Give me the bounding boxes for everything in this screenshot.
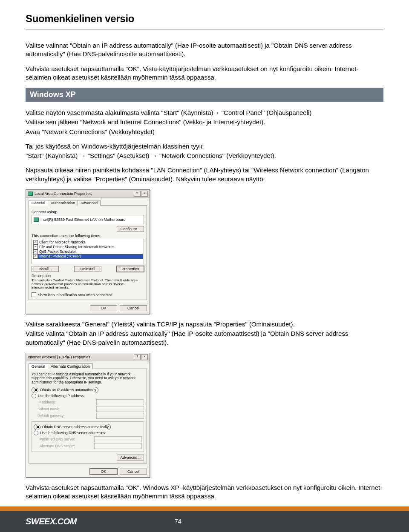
lan-properties-dialog: Local Area Connection Properties ? × Gen… bbox=[26, 189, 150, 314]
alternate-dns-field: Alternate DNS server: bbox=[40, 443, 142, 449]
intro-paragraph-2: Vahvista asetukset napsauttamalla "OK". … bbox=[26, 65, 383, 82]
tab-panel-general: You can get IP settings assigned automat… bbox=[29, 369, 147, 463]
checkbox-icon[interactable]: ✓ bbox=[33, 249, 38, 254]
titlebar: Internet Protocol (TCP/IP) Properties ? … bbox=[26, 353, 150, 361]
titlebar: Local Area Connection Properties ? × bbox=[26, 190, 150, 198]
footer-stripe-dark: SWEEX.COM 74 bbox=[0, 511, 409, 532]
ok-button[interactable]: OK bbox=[90, 305, 117, 311]
xp-step-1: Valitse näytön vasemmasta alakulmasta va… bbox=[26, 109, 383, 117]
xp-alt-b: "Settings" (Asetukset) bbox=[86, 152, 151, 159]
checkbox-icon[interactable] bbox=[32, 292, 36, 297]
checkbox-icon[interactable]: ✓ bbox=[33, 254, 38, 259]
arrow-icon: → bbox=[80, 152, 86, 159]
tab-advanced[interactable]: Advanced bbox=[78, 200, 101, 206]
adapter-name: Intel(R) 82559 Fast Ethernet LAN on Moth… bbox=[40, 217, 126, 222]
tab-panel-general: Connect using: Intel(R) 82559 Fast Ether… bbox=[29, 205, 147, 300]
checkbox-icon[interactable]: ✓ bbox=[33, 245, 38, 249]
properties-button[interactable]: Properties bbox=[117, 266, 144, 272]
xp-step-1a: Valitse näytön vasemmasta alakulmasta va… bbox=[26, 109, 213, 116]
configure-button[interactable]: Configure... bbox=[117, 226, 144, 232]
radio-icon bbox=[36, 425, 40, 429]
ip-address-field: IP address: bbox=[37, 399, 144, 405]
xp-alt-a: "Start" (Käynnistä) bbox=[26, 152, 80, 159]
xp-step-3: Avaa "Network Connections" (Vekkoyhteyde… bbox=[26, 128, 383, 136]
advanced-button[interactable]: Advanced... bbox=[117, 455, 144, 460]
description-text: Transmission Control Protocol/Internet P… bbox=[32, 279, 144, 290]
show-icon-checkbox-row: Show icon in notification area when conn… bbox=[32, 292, 144, 297]
tcpip-properties-dialog: Internet Protocol (TCP/IP) Properties ? … bbox=[26, 353, 150, 478]
page-footer: SWEEX.COM 74 bbox=[0, 506, 409, 532]
adapter-box: Intel(R) 82559 Fast Ethernet LAN on Moth… bbox=[32, 215, 144, 224]
radio-icon bbox=[32, 394, 36, 398]
checkbox-icon[interactable]: ✓ bbox=[33, 240, 38, 245]
blurb: You can get IP settings assigned automat… bbox=[32, 372, 144, 384]
tab-alternate[interactable]: Alternate Configuration bbox=[48, 363, 93, 369]
dialog-title: Local Area Connection Properties bbox=[35, 192, 92, 196]
list-item-selected: ✓Internet Protocol (TCP/IP) bbox=[33, 254, 143, 259]
dialog-buttons: OK Cancel bbox=[26, 466, 150, 477]
install-button[interactable]: Install... bbox=[32, 266, 59, 272]
xp-alt-heading: Tai jos käytössä on Windows-käyttöjärjes… bbox=[26, 142, 383, 151]
connect-using-label: Connect using: bbox=[32, 210, 144, 214]
radio-use-ip[interactable]: Use the following IP address: bbox=[32, 394, 144, 398]
arrow-icon: → bbox=[151, 152, 158, 159]
footer-site: SWEEX.COM bbox=[26, 517, 77, 526]
tab-general[interactable]: General bbox=[29, 200, 48, 206]
description-label: Description bbox=[32, 274, 144, 278]
help-button[interactable]: ? bbox=[134, 191, 141, 197]
mid-paragraph-2: Valitse valinta "Obtain an IP address au… bbox=[26, 329, 383, 347]
dialog-title: Internet Protocol (TCP/IP) Properties bbox=[28, 355, 90, 359]
cancel-button[interactable]: Cancel bbox=[120, 469, 147, 475]
gateway-field: Default gateway: bbox=[37, 413, 144, 419]
items-listbox[interactable]: ✓Client for Microsoft Networks ✓File and… bbox=[32, 239, 144, 264]
tabs: General Alternate Configuration bbox=[29, 363, 147, 369]
radio-obtain-dns-auto[interactable]: Obtain DNS server address automatically bbox=[34, 424, 142, 430]
radio-icon bbox=[34, 431, 38, 435]
radio-icon bbox=[34, 388, 38, 392]
subnet-field: Subnet mask: bbox=[37, 406, 144, 412]
preferred-dns-field: Preferred DNS server: bbox=[40, 436, 142, 442]
title-rule bbox=[26, 29, 383, 29]
mid-paragraph-1: Valitse sarakkeesta "General" (Yleistä) … bbox=[26, 320, 383, 329]
xp-alt-path: "Start" (Käynnistä) → "Settings" (Asetuk… bbox=[26, 152, 383, 160]
cancel-button[interactable]: Cancel bbox=[120, 305, 147, 311]
uninstall-button[interactable]: Uninstall bbox=[74, 266, 101, 272]
radio-obtain-ip-auto[interactable]: Obtain an IP address automatically bbox=[32, 387, 144, 393]
tab-authentication[interactable]: Authentication bbox=[48, 200, 78, 206]
ok-button[interactable]: OK bbox=[90, 469, 117, 475]
close-button[interactable]: × bbox=[141, 354, 148, 360]
tabs: General Authentication Advanced bbox=[29, 200, 147, 205]
page: Suomenkielinen versio Valitse valinnat "… bbox=[0, 0, 409, 532]
advanced-row: Advanced... bbox=[32, 455, 144, 460]
footer-stripe-orange bbox=[0, 506, 409, 511]
intro-paragraph-1: Valitse valinnat "Obtain an IP address a… bbox=[26, 41, 383, 59]
xp-step-1b: "Control Panel" (Ohjauspaneeli) bbox=[220, 109, 312, 116]
page-title: Suomenkielinen versio bbox=[26, 13, 383, 25]
items-label: This connection uses the following items… bbox=[32, 234, 144, 238]
dialog-buttons: OK Cancel bbox=[26, 303, 150, 314]
list-item: ✓Client for Microsoft Networks bbox=[33, 240, 143, 245]
section-heading-windows-xp: Windows XP bbox=[26, 88, 383, 102]
xp-step-2: Valitse sen jälkeen "Network and Interne… bbox=[26, 118, 383, 126]
configure-row: Configure... bbox=[32, 226, 144, 232]
nic-icon bbox=[34, 217, 39, 222]
show-icon-label: Show icon in notification area when conn… bbox=[38, 293, 112, 297]
radio-use-dns[interactable]: Use the following DNS server addresses: bbox=[34, 431, 142, 435]
dns-group: Obtain DNS server address automatically … bbox=[32, 421, 144, 452]
item-buttons: Install... Uninstall Properties bbox=[32, 266, 144, 272]
tab-general[interactable]: General bbox=[29, 363, 48, 369]
connection-icon bbox=[28, 192, 33, 196]
closing-paragraph: Vahvista asetukset napsauttamalla "OK". … bbox=[26, 483, 383, 501]
close-button[interactable]: × bbox=[141, 191, 148, 197]
arrow-icon: → bbox=[213, 109, 220, 116]
list-item: ✓QoS Packet Scheduler bbox=[33, 249, 143, 254]
xp-alt-c: "Network Connections" (Verkkoyhteydet). bbox=[158, 152, 276, 159]
help-button[interactable]: ? bbox=[134, 354, 141, 360]
list-item: ✓File and Printer Sharing for Microsoft … bbox=[33, 245, 143, 249]
footer-page-number: 74 bbox=[175, 518, 181, 525]
xp-lan-instruction: Napsauta oikeaa hiiren painiketta kohdas… bbox=[26, 166, 383, 183]
